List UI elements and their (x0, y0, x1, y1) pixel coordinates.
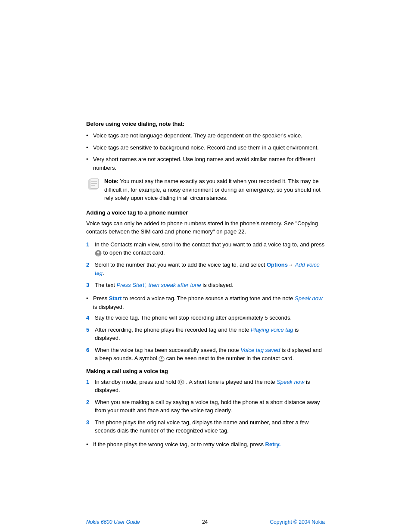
step-1-4: 4 Say the voice tag. The phone will stop… (86, 314, 325, 322)
step-1-5: 5 After recording, the phone plays the r… (86, 326, 325, 342)
note-label: Note: (104, 178, 118, 184)
section1-heading: Adding a voice tag to a phone number (86, 209, 325, 216)
page-container: Before using voice dialing, note that: V… (0, 0, 411, 532)
section2-steps: 1 In standby mode, press and hold . A sh… (86, 378, 325, 435)
section1-steps-cont: 4 Say the voice tag. The phone will stop… (86, 314, 325, 363)
footer-left: Nokia 6600 User Guide (86, 519, 140, 525)
step-1-3: 3 The text Press Start', then speak afte… (86, 281, 325, 289)
note-text: Note: You must say the name exactly as y… (104, 177, 325, 202)
contact-symbol-icon (159, 356, 165, 362)
section1-steps: 1 In the Contacts main view, scroll to t… (86, 240, 325, 289)
bullet-item-2: Voice tags are sensitive to background n… (86, 143, 325, 152)
step-1-6: 6 When the voice tag has been successful… (86, 346, 325, 363)
svg-line-12 (181, 382, 182, 383)
content-area: Before using voice dialing, note that: V… (0, 0, 411, 512)
sub-bullet-start: Press Start to record a voice tag. The p… (86, 294, 325, 311)
step-2-1: 1 In standby mode, press and hold . A sh… (86, 378, 325, 395)
step-1-2: 2 Scroll to the number that you want to … (86, 261, 325, 277)
note-box: Note: You must say the name exactly as y… (86, 177, 325, 202)
footer-page-number: 24 (202, 519, 208, 525)
svg-point-6 (97, 251, 100, 253)
bullet-list: Voice tags are not language dependent. T… (86, 131, 325, 172)
svg-point-8 (161, 357, 162, 359)
svg-point-9 (178, 380, 184, 384)
section2-heading: Making a call using a voice tag (86, 368, 325, 374)
step-2-2: 2 When you are making a call by saying a… (86, 398, 325, 415)
footer: Nokia 6600 User Guide 24 Copyright © 200… (0, 512, 411, 532)
step-2-3: 3 The phone plays the original voice tag… (86, 418, 325, 435)
note-icon (88, 178, 100, 190)
intro-text: Before using voice dialing, note that: (86, 121, 325, 127)
contacts-button-icon (95, 250, 102, 257)
sub-bullet-retry-item: If the phone plays the wrong voice tag, … (86, 440, 325, 449)
footer-right: Copyright © 2004 Nokia (270, 519, 325, 525)
note-content: You must say the name exactly as you sai… (104, 178, 321, 201)
sub-bullet-start-item: Press Start to record a voice tag. The p… (86, 294, 325, 311)
hold-button-icon (177, 379, 184, 386)
bullet-item-1: Voice tags are not language dependent. T… (86, 131, 325, 140)
bullet-item-3: Very short names are not accepted. Use l… (86, 155, 325, 172)
step-1-1: 1 In the Contacts main view, scroll to t… (86, 240, 325, 257)
section1-intro: Voice tags can only be added to phone nu… (86, 219, 325, 236)
sub-bullet-retry: If the phone plays the wrong voice tag, … (86, 440, 325, 449)
